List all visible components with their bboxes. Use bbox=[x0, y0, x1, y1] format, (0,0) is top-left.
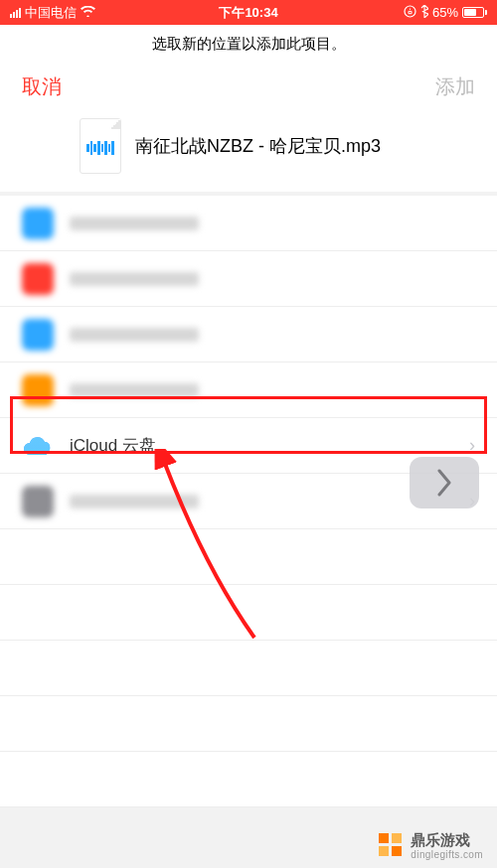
app-icon bbox=[22, 374, 54, 406]
empty-rows bbox=[0, 529, 497, 807]
blurred-label bbox=[70, 495, 199, 508]
status-left: 中国电信 bbox=[10, 4, 169, 22]
watermark-brand: 鼎乐游戏 bbox=[411, 831, 483, 848]
file-name-label: 南征北战NZBZ - 哈尼宝贝.mp3 bbox=[135, 134, 381, 158]
wifi-icon bbox=[81, 5, 95, 20]
add-button[interactable]: 添加 bbox=[435, 73, 475, 100]
app-icon bbox=[22, 486, 54, 517]
icloud-label: iCloud 云盘 bbox=[70, 434, 156, 457]
orientation-lock-icon bbox=[404, 5, 416, 21]
status-bar: 中国电信 下午10:34 65% bbox=[0, 0, 497, 25]
cloud-icon bbox=[22, 430, 54, 462]
floating-next-button[interactable] bbox=[410, 457, 479, 508]
chevron-right-icon: › bbox=[469, 435, 475, 456]
empty-row bbox=[0, 752, 497, 807]
file-audio-icon bbox=[80, 118, 121, 174]
instruction-text: 选取新的位置以添加此项目。 bbox=[0, 25, 497, 62]
header: 选取新的位置以添加此项目。 取消 添加 南征北战NZBZ - 哈尼宝贝.mp3 bbox=[0, 25, 497, 192]
blurred-label bbox=[70, 217, 199, 230]
battery-pct: 65% bbox=[432, 5, 458, 20]
blurred-label bbox=[70, 383, 199, 397]
list-item[interactable] bbox=[0, 307, 497, 362]
blurred-label bbox=[70, 272, 199, 286]
bluetooth-icon bbox=[420, 5, 428, 21]
empty-row bbox=[0, 641, 497, 696]
app-icon bbox=[22, 263, 54, 295]
app-icon bbox=[22, 319, 54, 351]
empty-row bbox=[0, 529, 497, 585]
app-icon bbox=[22, 208, 54, 239]
list-item[interactable] bbox=[0, 251, 497, 307]
status-right: 65% bbox=[328, 5, 487, 21]
watermark: 鼎乐游戏 dinglegifts.com bbox=[379, 831, 483, 860]
battery-icon bbox=[462, 7, 487, 18]
empty-row bbox=[0, 696, 497, 752]
empty-row bbox=[0, 585, 497, 641]
status-time: 下午10:34 bbox=[169, 4, 328, 22]
watermark-logo-icon bbox=[379, 833, 405, 859]
watermark-url: dinglegifts.com bbox=[411, 849, 483, 861]
cancel-button[interactable]: 取消 bbox=[22, 73, 62, 100]
blurred-label bbox=[70, 328, 199, 342]
list-item[interactable] bbox=[0, 196, 497, 251]
carrier-label: 中国电信 bbox=[25, 4, 77, 22]
file-row: 南征北战NZBZ - 哈尼宝贝.mp3 bbox=[0, 114, 497, 192]
nav-row: 取消 添加 bbox=[0, 62, 497, 114]
list-item[interactable] bbox=[0, 362, 497, 418]
signal-icon bbox=[10, 8, 21, 18]
